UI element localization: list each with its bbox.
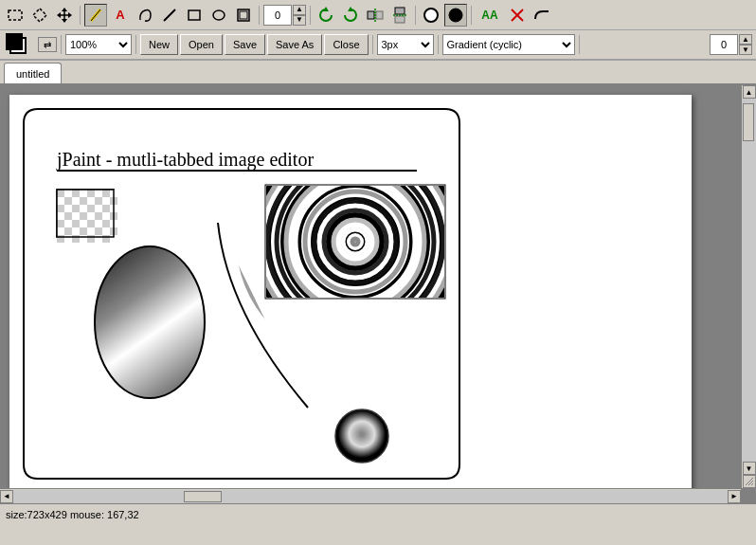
move-tool[interactable] — [53, 4, 76, 27]
angle-spinners: ▲ ▼ — [293, 5, 306, 26]
svg-marker-4 — [62, 8, 67, 11]
svg-line-10 — [164, 9, 175, 21]
stroke-select[interactable]: 3px 1px 2px 4px 5px — [377, 34, 434, 55]
status-text: size:723x429 mouse: 167,32 — [6, 509, 139, 520]
ellipse-tool[interactable] — [207, 4, 230, 27]
angle-right-spinners: ▲ ▼ — [739, 34, 752, 55]
new-button[interactable]: New — [140, 34, 178, 55]
text-tool[interactable]: A — [109, 4, 132, 27]
svg-point-23 — [424, 9, 438, 22]
rotate-ccw-btn[interactable] — [315, 4, 337, 27]
toolbar-main: ⇄ 100% 50% 200% New Open Save Save As Cl… — [0, 30, 756, 61]
horizontal-scrollbar[interactable]: ◄ ► — [0, 488, 741, 503]
sep9 — [438, 35, 439, 54]
svg-marker-5 — [62, 19, 67, 23]
fill-select[interactable]: Gradient (cyclic) None Solid Gradient (l… — [442, 34, 575, 55]
hscroll-left-btn[interactable]: ◄ — [0, 490, 13, 503]
rotate-cw-btn[interactable] — [339, 4, 362, 27]
svg-rect-0 — [9, 10, 22, 20]
sep5 — [471, 6, 472, 25]
vscroll-thumb[interactable] — [743, 103, 754, 141]
select-diamond-tool[interactable] — [28, 4, 51, 27]
sep2 — [259, 6, 260, 25]
foreground-color[interactable] — [6, 33, 23, 50]
canvas-area: ▲ ▼ ◄ ► size:723x429 mouse: 167,32 — [0, 85, 756, 524]
fill-solid-btn[interactable] — [444, 4, 467, 27]
vscroll-track — [742, 99, 756, 462]
angle-right: ▲ ▼ — [710, 34, 752, 55]
svg-rect-18 — [376, 11, 383, 19]
angle-right-up[interactable]: ▲ — [739, 34, 752, 45]
svg-point-24 — [449, 9, 462, 22]
svg-marker-7 — [68, 12, 72, 18]
sep6 — [61, 35, 62, 54]
stamp-tool[interactable] — [232, 4, 255, 27]
toolbar-tools: A 0 ▲ ▼ — [0, 0, 756, 30]
svg-rect-21 — [395, 16, 405, 23]
svg-line-29 — [751, 483, 753, 485]
open-button[interactable]: Open — [180, 34, 223, 55]
svg-marker-1 — [33, 9, 46, 22]
svg-marker-6 — [57, 12, 61, 18]
clear-btn[interactable] — [506, 4, 529, 27]
select-rect-tool[interactable] — [4, 4, 27, 27]
pencil-tool[interactable] — [84, 4, 107, 27]
status-bar: size:723x429 mouse: 167,32 — [0, 503, 756, 524]
save-button[interactable]: Save — [225, 34, 265, 55]
hscroll-track — [13, 490, 728, 503]
round-corner-btn[interactable] — [531, 4, 553, 27]
fill-outline-btn[interactable] — [420, 4, 442, 27]
color-picker — [4, 31, 32, 58]
hscroll-thumb[interactable] — [184, 491, 222, 502]
swap-colors-btn[interactable]: ⇄ — [38, 37, 57, 52]
tab-bar: untitled — [0, 61, 756, 85]
angle-control: 0 ▲ ▼ — [263, 5, 306, 26]
angle-right-down[interactable]: ▼ — [739, 45, 752, 55]
canvas-container — [9, 95, 692, 501]
flip-v-btn[interactable] — [388, 4, 411, 27]
font-size-btn[interactable]: AA — [476, 4, 504, 27]
angle-right-input[interactable] — [710, 34, 738, 55]
angle-down-btn[interactable]: ▼ — [293, 15, 306, 26]
svg-rect-17 — [368, 11, 374, 19]
svg-rect-11 — [189, 10, 200, 20]
vscroll-up-btn[interactable]: ▲ — [743, 85, 756, 99]
save-as-button[interactable]: Save As — [267, 34, 322, 55]
angle-input[interactable]: 0 — [263, 5, 292, 26]
svg-point-12 — [213, 10, 225, 20]
line-tool[interactable] — [158, 4, 181, 27]
angle-up-btn[interactable]: ▲ — [293, 5, 306, 15]
sep10 — [579, 35, 580, 54]
svg-line-9 — [91, 9, 100, 21]
svg-rect-14 — [240, 11, 247, 19]
sep3 — [310, 6, 311, 25]
tab-untitled-label: untitled — [16, 68, 49, 80]
vscroll-down-btn[interactable]: ▼ — [743, 462, 756, 475]
rect-shape-tool[interactable] — [183, 4, 206, 27]
lasso-tool[interactable] — [134, 4, 156, 27]
svg-rect-20 — [395, 8, 405, 14]
drawing-canvas[interactable] — [9, 95, 692, 501]
sep1 — [80, 6, 81, 25]
hscroll-right-btn[interactable]: ► — [728, 490, 741, 503]
vertical-scrollbar[interactable]: ▲ ▼ — [741, 85, 756, 488]
sep7 — [135, 35, 136, 54]
sep4 — [415, 6, 416, 25]
flip-h-btn[interactable] — [364, 4, 387, 27]
zoom-select[interactable]: 100% 50% 200% — [65, 34, 132, 55]
close-button[interactable]: Close — [324, 34, 368, 55]
tab-untitled[interactable]: untitled — [4, 63, 62, 83]
resize-handle — [743, 475, 756, 488]
sep8 — [372, 35, 373, 54]
